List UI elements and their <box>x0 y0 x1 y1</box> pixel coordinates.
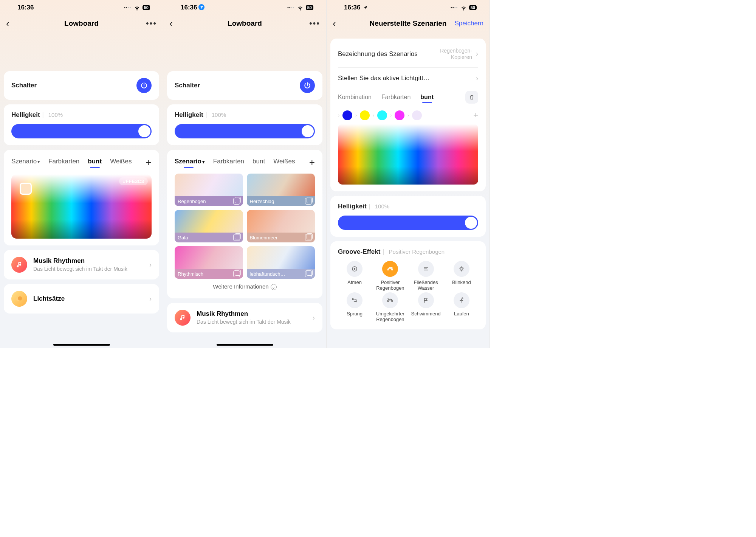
brightness-card: Helligkeit|100% <box>167 104 322 145</box>
more-button[interactable]: ••• <box>309 19 320 28</box>
brightness-value: 100% <box>48 112 63 118</box>
music-icon <box>175 310 191 326</box>
tab-szenario[interactable]: Szenario <box>11 158 40 168</box>
signal-icon: ▪▪▪▪ <box>287 5 295 10</box>
brightness-slider[interactable] <box>338 216 478 230</box>
nav: ‹ Lowboard ••• <box>163 15 326 32</box>
power-button[interactable] <box>300 78 315 93</box>
location-icon <box>363 5 368 10</box>
signal-icon: ▪▪▪▪ <box>124 5 132 10</box>
tab-weisses[interactable]: Weißes <box>110 158 132 168</box>
add-color-button[interactable]: + <box>473 110 478 120</box>
music-title: Musik Rhythmen <box>197 310 307 318</box>
tab-farbkarten[interactable]: Farbkarten <box>213 158 244 168</box>
flag-icon <box>418 292 434 308</box>
lightsets-card[interactable]: Lichtsätze › <box>4 284 159 314</box>
copy-icon[interactable] <box>233 198 240 205</box>
music-desc: Das Licht bewegt sich im Takt der Musik <box>197 318 307 325</box>
chevron-right-icon: › <box>313 314 315 322</box>
location-icon <box>198 4 204 10</box>
back-button[interactable]: ‹ <box>6 18 17 29</box>
fx-blinkend[interactable]: Blinkend <box>445 261 478 291</box>
tab-szenario[interactable]: Szenario <box>175 158 205 168</box>
music-card[interactable]: Musik RhythmenDas Licht bewegt sich im T… <box>4 250 159 279</box>
fx-sprung[interactable]: Sprung <box>338 292 371 323</box>
scene-blumenmeer[interactable]: Blumenmeer <box>247 210 315 242</box>
copy-icon[interactable] <box>305 270 312 277</box>
tab-bunt[interactable]: bunt <box>88 158 102 168</box>
lines-icon <box>418 261 434 277</box>
wifi-icon <box>297 5 304 11</box>
nav: ‹ Lowboard ••• <box>0 15 163 32</box>
fx-laufen[interactable]: Laufen <box>445 292 478 323</box>
color-dot[interactable] <box>412 110 422 120</box>
tab-bunt[interactable]: bunt <box>253 158 265 168</box>
groove-label: Groove-Effekt <box>338 248 380 255</box>
color-picker[interactable] <box>338 124 478 185</box>
active-grid-row[interactable]: Stellen Sie das aktive Lichtgitt… › <box>338 67 478 85</box>
brightness-value: 100% <box>375 203 389 210</box>
music-card[interactable]: Musik RhythmenDas Licht bewegt sich im T… <box>167 303 322 332</box>
add-button[interactable]: + <box>146 157 152 168</box>
color-dot[interactable] <box>360 110 370 120</box>
power-button[interactable] <box>136 78 152 93</box>
screen-bunt: 16:36 ▪▪▪▪ 50 ‹ Lowboard ••• Schalter He… <box>0 0 163 348</box>
copy-icon[interactable] <box>305 198 312 205</box>
rainbow-icon <box>382 261 398 277</box>
scenario-name-row[interactable]: Bezeichnung des Szenarios Regenbogen-Kop… <box>338 45 478 63</box>
music-icon <box>11 257 27 273</box>
scene-gala[interactable]: Gala <box>175 210 243 242</box>
brightness-label: Helligkeit <box>338 203 367 210</box>
chevron-down-icon: ⌄ <box>271 284 277 290</box>
delete-button[interactable] <box>465 91 478 104</box>
scene-lebhaft[interactable]: lebhaftundsch… <box>247 246 315 279</box>
scene-regenbogen[interactable]: Regenbogen <box>175 174 243 206</box>
color-dot[interactable] <box>395 110 404 120</box>
copy-icon[interactable] <box>305 234 312 241</box>
color-dot[interactable] <box>342 110 352 120</box>
copy-icon[interactable] <box>233 270 240 277</box>
fx-umgekehrter-regenbogen[interactable]: Umgekehrter Regenbogen <box>373 292 407 323</box>
tab-weisses[interactable]: Weißes <box>273 158 295 168</box>
more-button[interactable]: ••• <box>146 19 157 28</box>
brightness-slider[interactable] <box>175 124 315 138</box>
status-bar: 16:36 ▪▪▪▪ 50 <box>163 0 326 15</box>
tab-farbkarten[interactable]: Farbkarten <box>381 94 411 101</box>
back-button[interactable]: ‹ <box>169 18 181 29</box>
sparkle-icon <box>454 261 469 277</box>
switch-label: Schalter <box>11 82 37 89</box>
screen-szenario: 16:36 ▪▪▪▪ 50 ‹ Lowboard ••• Schalter He… <box>163 0 327 348</box>
more-info-button[interactable]: Weitere Informationen⌄ <box>175 283 315 290</box>
fx-positiver-regenbogen[interactable]: Positiver Regenbogen <box>373 261 407 291</box>
brightness-card: Helligkeit|100% <box>4 104 159 145</box>
scene-rhythmisch[interactable]: Rhythmisch <box>175 246 243 279</box>
wifi-icon <box>134 5 140 11</box>
back-button[interactable]: ‹ <box>333 18 344 29</box>
tab-bunt[interactable]: bunt <box>420 94 434 101</box>
picker-handle[interactable] <box>20 183 32 195</box>
color-dot[interactable] <box>377 110 387 120</box>
save-button[interactable]: Speichern <box>454 20 483 27</box>
signal-icon: ▪▪▪▪ <box>451 5 458 10</box>
scene-herzschlag[interactable]: Herzschlag <box>247 174 315 206</box>
home-indicator[interactable] <box>53 344 110 346</box>
tab-kombination[interactable]: Kombination <box>338 94 372 101</box>
tab-farbkarten[interactable]: Farbkarten <box>48 158 79 168</box>
battery-icon: 50 <box>469 5 477 10</box>
home-indicator[interactable] <box>217 344 273 346</box>
svg-point-1 <box>18 296 22 301</box>
hex-badge: #FFE3C3 <box>119 177 148 185</box>
chevron-right-icon: › <box>149 261 152 269</box>
fx-schwimmend[interactable]: Schwimmend <box>409 292 443 323</box>
color-picker[interactable]: #FFE3C3 <box>11 174 152 239</box>
status-time: 16:36 <box>17 4 34 11</box>
brightness-slider[interactable] <box>11 124 152 138</box>
copy-icon[interactable] <box>233 234 240 241</box>
groove-card: Groove-Effekt|Positiver Regenbogen Atmen… <box>330 241 486 330</box>
add-button[interactable]: + <box>309 157 315 168</box>
fx-fliessendes-wasser[interactable]: Fließendes Wasser <box>409 261 443 291</box>
fx-atmen[interactable]: Atmen <box>338 261 371 291</box>
scenario-name-value: Regenbogen-Kopieren <box>419 48 472 61</box>
nav: ‹ Neuerstellte Szenarien Speichern <box>327 15 490 32</box>
color-sequence: › › › › › + <box>338 110 478 120</box>
